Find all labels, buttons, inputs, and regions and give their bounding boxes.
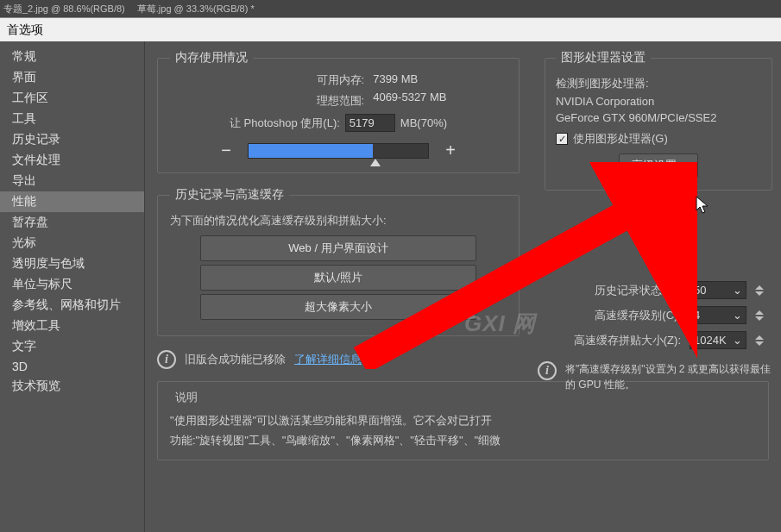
gpu-model: GeForce GTX 960M/PCIe/SSE2 (556, 111, 761, 124)
stepper-arrows[interactable] (755, 335, 771, 346)
gpu-settings-group: 图形处理器设置 检测到图形处理器: NVIDIA Corporation GeF… (545, 50, 772, 191)
sidebar-item-history[interactable]: 历史记录 (0, 129, 144, 150)
document-tabs: 专题_2.jpg @ 88.6%(RGB/8) 草莓.jpg @ 33.3%(R… (0, 0, 781, 17)
available-label: 可用内存: (317, 72, 365, 88)
sidebar-item-cursor[interactable]: 光标 (0, 233, 144, 253)
sidebar-item-type[interactable]: 文字 (0, 336, 144, 357)
history-cache-group: 历史记录与高速缓存 为下面的情况优化高速缓存级别和拼贴大小: Web / 用户界… (157, 187, 520, 336)
sidebar-item-transparency[interactable]: 透明度与色域 (0, 253, 144, 274)
ideal-value: 4069-5327 MB (373, 91, 446, 103)
sidebar-item-units[interactable]: 单位与标尺 (0, 274, 144, 295)
memory-legend: 内存使用情况 (170, 50, 253, 66)
gpu-vendor: NVIDIA Corporation (556, 95, 761, 108)
preset-large-button[interactable]: 超大像素大小 (200, 294, 476, 320)
cache-tile-select[interactable]: 1024K ⌄ (690, 331, 746, 349)
photoshop-memory-input[interactable] (345, 114, 395, 132)
arrow-down-icon (755, 291, 764, 296)
cache-level-label: 高速缓存级别(C): (595, 308, 681, 323)
ideal-label: 理想范围: (317, 93, 365, 109)
use-gpu-checkbox[interactable]: ✓ (556, 133, 568, 145)
history-legend: 历史记录与高速缓存 (170, 187, 289, 203)
slider-fill (249, 144, 373, 158)
sidebar-item-guides[interactable]: 参考线、网格和切片 (0, 295, 144, 316)
learn-more-link[interactable]: 了解详细信息 (294, 352, 362, 367)
arrow-down-icon (755, 316, 764, 321)
dialog-title-bar: 首选项 (0, 17, 781, 41)
chevron-down-icon: ⌄ (733, 284, 742, 297)
sidebar-item-performance[interactable]: 性能 (0, 191, 144, 212)
chevron-down-icon: ⌄ (733, 334, 742, 347)
let-photoshop-use-label: 让 Photoshop 使用(L): (230, 116, 340, 131)
sidebar-item-techpreview[interactable]: 技术预览 (0, 376, 144, 397)
legacy-removed-text: 旧版合成功能已移除 (185, 352, 286, 367)
sidebar-item-scratch[interactable]: 暂存盘 (0, 212, 144, 233)
sidebar-item-general[interactable]: 常规 (0, 47, 144, 67)
chevron-down-icon: ⌄ (733, 309, 742, 322)
stepper-arrows[interactable] (755, 310, 771, 321)
sidebar-item-plugins[interactable]: 增效工具 (0, 316, 144, 336)
history-states-select[interactable]: 50 ⌄ (690, 281, 746, 299)
optimize-label: 为下面的情况优化高速缓存级别和拼贴大小: (170, 213, 507, 228)
preferences-sidebar: 常规 界面 工作区 工具 历史记录 文件处理 导出 性能 暂存盘 光标 透明度与… (0, 41, 145, 532)
cache-params: 历史记录状态(H): 50 ⌄ 高速缓存级别(C): 4 ⌄ (538, 274, 771, 392)
cache-tile-label: 高速缓存拼贴大小(Z): (574, 333, 681, 348)
history-states-label: 历史记录状态(H): (595, 283, 681, 298)
available-value: 7399 MB (373, 72, 446, 85)
description-legend: 说明 (170, 390, 203, 405)
arrow-down-icon (755, 341, 764, 346)
arrow-up-icon (755, 285, 764, 290)
svg-marker-2 (696, 197, 708, 213)
memory-slider[interactable] (248, 143, 429, 159)
description-group: 说明 "使用图形处理器"可以激活某些功能和界面增强。它不会对已打开 功能:"旋转… (157, 381, 769, 460)
slider-plus-button[interactable]: + (443, 141, 458, 160)
preset-web-button[interactable]: Web / 用户界面设计 (200, 235, 476, 261)
stepper-arrows[interactable] (755, 285, 771, 296)
cursor-icon (696, 196, 711, 215)
slider-thumb-icon[interactable] (370, 159, 381, 166)
sidebar-item-interface[interactable]: 界面 (0, 67, 144, 88)
cache-level-select[interactable]: 4 ⌄ (690, 306, 746, 324)
gpu-legend: 图形处理器设置 (556, 50, 651, 66)
slider-minus-button[interactable]: − (218, 141, 234, 160)
tab-2[interactable]: 草莓.jpg @ 33.3%(RGB/8) * (137, 3, 255, 16)
tab-1[interactable]: 专题_2.jpg @ 88.6%(RGB/8) (3, 3, 125, 16)
memory-usage-group: 内存使用情况 可用内存: 理想范围: 7399 MB 4069-5327 MB … (157, 50, 520, 173)
cache-tip-text: 将"高速缓存级别"设置为 2 或更高以获得最佳的 GPU 性能。 (565, 361, 771, 392)
gpu-detected-label: 检测到图形处理器: (556, 76, 761, 91)
arrow-up-icon (755, 310, 764, 315)
info-icon: i (157, 350, 176, 369)
sidebar-item-workspace[interactable]: 工作区 (0, 88, 144, 109)
info-icon: i (538, 361, 557, 380)
sidebar-item-filehandling[interactable]: 文件处理 (0, 150, 144, 171)
sidebar-item-tools[interactable]: 工具 (0, 109, 144, 129)
arrow-up-icon (755, 335, 764, 340)
use-gpu-label: 使用图形处理器(G) (573, 131, 668, 147)
dialog-title: 首选项 (7, 22, 43, 38)
advanced-settings-button[interactable]: 高级设置... (619, 153, 699, 178)
sidebar-item-3d[interactable]: 3D (0, 357, 144, 376)
description-line1: "使用图形处理器"可以激活某些功能和界面增强。它不会对已打开 (170, 410, 756, 430)
preset-default-button[interactable]: 默认/照片 (200, 265, 476, 291)
description-line2: 功能:"旋转视图"工具、"鸟瞰缩放"、"像素网格"、"轻击平移"、"细微 (170, 430, 756, 450)
memory-unit: MB(70%) (400, 116, 447, 129)
sidebar-item-export[interactable]: 导出 (0, 171, 144, 191)
